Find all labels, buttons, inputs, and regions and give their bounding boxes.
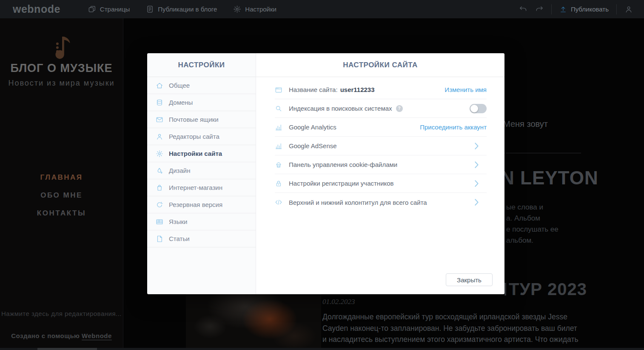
row-label: Верхний и нижний колонтитул для всего са…	[289, 199, 427, 206]
site-nav-home[interactable]: ГЛАВНАЯ	[0, 173, 123, 182]
about-fragment-line: е послушать ее	[506, 225, 559, 234]
redo-icon[interactable]	[535, 5, 544, 14]
topbar-divider	[551, 4, 552, 14]
analytics-icon	[275, 123, 282, 131]
settings-nav-item-eshop[interactable]: Интернет-магазин	[147, 179, 256, 196]
made-with-brand-link[interactable]: Webnode	[82, 332, 112, 339]
row-label: Панель управления cookie-файлами	[289, 161, 397, 168]
webnode-logo: webnode	[13, 3, 60, 15]
site-title[interactable]: БЛОГ О МУЗЫКЕ	[0, 62, 123, 75]
artist-name-heading: N LEYTON	[501, 167, 598, 189]
analytics-icon	[275, 142, 282, 150]
settings-nav-item-design[interactable]: Дизайн	[147, 162, 256, 179]
flag-icon	[156, 218, 163, 226]
settings-row-cookie-panel: Панель управления cookie-файлами	[275, 155, 487, 174]
help-icon[interactable]: ?	[396, 105, 403, 112]
mail-icon	[156, 116, 163, 123]
nav-item-label: Настройки сайта	[169, 150, 222, 157]
nav-item-label: Общее	[169, 82, 190, 89]
chevron-right-icon[interactable]	[473, 198, 480, 206]
upload-icon	[559, 6, 567, 13]
shopping-bag-icon	[156, 184, 163, 192]
row-label: Индексация в поисковых системах	[289, 105, 392, 112]
gear-icon	[156, 150, 163, 158]
settings-nav-item-site-settings[interactable]: Настройки сайта	[147, 145, 256, 162]
settings-row-google-adsense: Google AdSense	[275, 137, 487, 155]
search-indexing-toggle[interactable]	[470, 104, 487, 113]
undo-icon[interactable]	[519, 5, 527, 14]
google-analytics-action-link[interactable]: Присоединить аккаунт	[420, 123, 487, 131]
settings-nav: НАСТРОЙКИ ОбщееДоменыПочтовые ящикиРедак…	[147, 53, 256, 294]
database-icon	[156, 99, 163, 106]
post-paragraph: Долгожданные европейский тур восходящей …	[322, 311, 579, 350]
settings-row-search-indexing: Индексация в поисковых системах?	[275, 99, 487, 118]
site-nav-about[interactable]: ОБО МНЕ	[0, 191, 123, 200]
code-icon	[275, 198, 282, 206]
topmenu-label: Настройки	[245, 6, 276, 13]
editor-topmenu: СтраницыПубликации в блогеНастройки	[88, 5, 276, 13]
settings-rows: Название сайта:user112233Изменить имяИнд…	[256, 77, 504, 212]
nav-item-label: Интернет-магазин	[169, 184, 222, 191]
row-label: Google Analytics	[289, 123, 336, 131]
settings-row-google-analytics: Google AnalyticsПрисоединить аккаунт	[275, 118, 487, 137]
user-account-icon[interactable]	[624, 5, 633, 14]
nav-item-label: Дизайн	[169, 167, 190, 174]
site-edit-hint[interactable]: Нажмите здесь для редактирования...	[0, 308, 123, 319]
nav-item-label: Редакторы сайта	[169, 133, 219, 140]
about-fragment-line: ые слова и	[506, 203, 543, 212]
topbar-divider	[616, 4, 617, 14]
settings-nav-items: ОбщееДоменыПочтовые ящикиРедакторы сайта…	[147, 77, 256, 247]
settings-nav-item-general[interactable]: Общее	[147, 77, 256, 94]
user-icon	[156, 133, 163, 141]
settings-row-site-name: Название сайта:user112233Изменить имя	[275, 80, 487, 99]
settings-nav-item-backup[interactable]: Резервная версия	[147, 196, 256, 213]
chevron-right-icon[interactable]	[473, 142, 480, 150]
cupcake-icon	[275, 161, 282, 169]
home-icon	[156, 82, 163, 89]
made-with-webnode: Создано с помощью Webnode	[0, 332, 123, 339]
drums-photo	[186, 294, 321, 350]
document-icon	[156, 235, 163, 243]
topmenu-pages[interactable]: Страницы	[88, 5, 130, 13]
webnode-editor: { "topbar": { "logo": "webnode", "menu":…	[0, 0, 644, 350]
about-fragment-line: а. Альбом	[506, 214, 540, 223]
bottom-strip	[0, 348, 644, 350]
topmenu-blog-posts[interactable]: Публикации в блоге	[146, 5, 217, 13]
site-nav-contacts[interactable]: КОНТАКТЫ	[0, 209, 123, 218]
nav-item-label: Почтовые ящики	[169, 116, 219, 123]
restore-icon	[156, 201, 163, 209]
settings-nav-item-languages[interactable]: Языки	[147, 213, 256, 230]
settings-row-site-header-footer: Верхний и нижний колонтитул для всего са…	[275, 193, 487, 212]
intro-label: Меня зовут	[503, 119, 548, 129]
publish-button[interactable]: Публиковать	[559, 6, 609, 13]
design-icon	[156, 167, 163, 175]
site-sidebar: БЛОГ О МУЗЫКЕ Новости из мира музыки ГЛА…	[0, 18, 123, 350]
topmenu-label: Страницы	[100, 6, 130, 13]
gear-icon	[233, 5, 241, 13]
settings-nav-item-articles[interactable]: Статьи	[147, 230, 256, 247]
clipped-letter	[504, 283, 506, 295]
nav-item-label: Резервная версия	[169, 201, 222, 208]
settings-nav-item-site-editors[interactable]: Редакторы сайта	[147, 128, 256, 145]
topmenu-settings[interactable]: Настройки	[233, 5, 276, 13]
about-fragment-line: альбом.	[506, 236, 533, 245]
topmenu-label: Публикации в блоге	[158, 6, 217, 13]
settings-nav-item-domains[interactable]: Домены	[147, 94, 256, 111]
site-name-value: user112233	[340, 86, 375, 93]
site-nav: ГЛАВНАЯОБО МНЕКОНТАКТЫ	[0, 173, 123, 218]
site-name-action-link[interactable]: Изменить имя	[445, 86, 487, 93]
publish-label: Публиковать	[571, 6, 609, 13]
site-settings-panel: НАСТРОЙКИ САЙТА Название сайта:user11223…	[256, 53, 504, 294]
settings-nav-item-mailboxes[interactable]: Почтовые ящики	[147, 111, 256, 128]
chevron-right-icon[interactable]	[473, 180, 480, 187]
browser-icon	[275, 86, 282, 94]
topbar-actions: Публиковать	[519, 4, 633, 14]
chevron-right-icon[interactable]	[473, 161, 480, 169]
site-subtitle[interactable]: Новости из мира музыки	[0, 79, 123, 88]
row-label: Название сайта:	[289, 86, 338, 93]
nav-item-label: Статьи	[169, 235, 190, 242]
row-label: Настройки регистрации участников	[289, 180, 394, 187]
close-button[interactable]: Закрыть	[446, 273, 493, 286]
nav-item-label: Языки	[169, 218, 187, 225]
music-note-logo-icon	[47, 32, 77, 64]
